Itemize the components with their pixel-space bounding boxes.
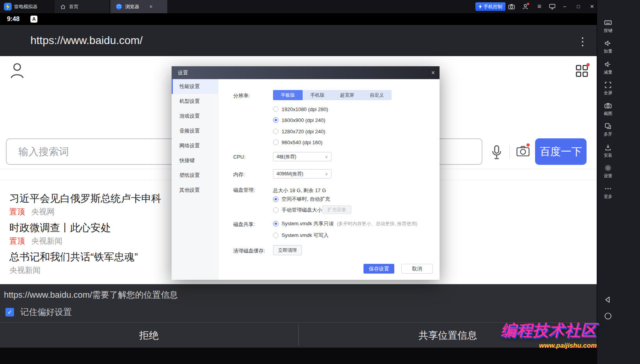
clean-cache-label: 清理磁盘缓存: (233, 247, 265, 254)
cpu-select[interactable]: 4核(推荐) ∨ (273, 152, 332, 161)
share-location-button[interactable]: 共享位置信息 (299, 323, 597, 348)
news-source: 央视新闻 (31, 236, 62, 246)
mini-mode-icon[interactable] (547, 0, 557, 13)
nav-network[interactable]: 网络设置 (172, 138, 218, 153)
radio-manual-disk[interactable] (273, 207, 278, 213)
memory-label: 内存: (233, 171, 245, 178)
tab-phone[interactable]: 手机版 (303, 90, 332, 100)
camera-icon[interactable] (506, 0, 516, 13)
radio-label: 1600x900 (dpi 240) (282, 117, 325, 123)
search-button[interactable]: 百度一下 (535, 138, 587, 165)
maximize-button[interactable]: □ (573, 0, 583, 13)
news-title[interactable]: 总书记和我们共话“铁军忠魂” (9, 250, 138, 264)
dialog-close-icon[interactable]: × (431, 66, 435, 79)
radio-1600x900[interactable] (273, 117, 278, 123)
minimize-button[interactable]: − (560, 0, 570, 13)
resolution-tabs: 平板版 手机版 超宽屏 自定义 (273, 90, 392, 100)
remember-checkbox[interactable]: ✓ (5, 308, 14, 316)
toolbar-settings[interactable]: 设置 (597, 164, 619, 179)
news-title[interactable]: 时政微调查丨此心安处 (9, 221, 111, 235)
nav-device-model[interactable]: 机型设置 (172, 94, 218, 109)
remember-label: 记住偏好设置 (20, 306, 72, 318)
toolbar-multi-instance[interactable]: 多开 (597, 122, 619, 137)
resolution-label: 分辨率: (233, 92, 250, 99)
news-title[interactable]: 习近平会见白俄罗斯总统卢卡申科 (9, 192, 161, 205)
android-home-button[interactable] (597, 312, 619, 322)
expand-capacity-button[interactable]: 扩充容量 (322, 205, 351, 214)
home-circle-icon (604, 312, 612, 320)
cancel-button[interactable]: 取消 (401, 264, 433, 274)
radio-auto-expand[interactable] (273, 196, 278, 202)
phone-control-button[interactable]: 手机控制 (475, 2, 505, 11)
radio-1920x1080[interactable] (273, 106, 278, 112)
emulator-toolbar: 按键 加量 减量 全屏 截图 (597, 0, 640, 364)
menu-icon[interactable]: ≡ (534, 0, 544, 13)
gear-icon (604, 164, 612, 172)
app-logo-icon (4, 3, 12, 11)
nav-game[interactable]: 游戏设置 (172, 109, 218, 124)
news-meta: 置顶 央视新闻 (9, 236, 62, 246)
share-writable-option: System.vmdk 可写入 (273, 231, 329, 239)
browser-icon (116, 4, 122, 10)
apps-grid-icon[interactable] (576, 65, 588, 77)
toolbar-keymapping[interactable]: 按键 (597, 19, 619, 34)
tab-browser[interactable]: 浏览器 × (110, 0, 167, 13)
close-button[interactable]: × (587, 0, 597, 13)
profile-icon[interactable] (10, 62, 24, 79)
radio-label: 1280x720 (dpi 240) (282, 129, 325, 134)
multi-instance-icon (604, 122, 612, 130)
nav-audio[interactable]: 音频设置 (172, 124, 218, 138)
tab-home[interactable]: 首页 (55, 0, 109, 13)
android-back-button[interactable] (597, 295, 619, 306)
nav-hotkeys[interactable]: 快捷键 (172, 153, 218, 168)
toolbar-more[interactable]: 更多 (597, 185, 619, 200)
toolbar-fullscreen[interactable]: 全屏 (597, 81, 619, 96)
notification-badge (527, 3, 529, 5)
url-text[interactable]: https://www.baidu.com/ (30, 25, 143, 56)
share-readonly-option: System.vmdk 共享只读 (多开时内存更小、启动更快, 推荐使用) (273, 220, 417, 228)
mic-icon[interactable] (491, 145, 502, 160)
phone-control-label: 手机控制 (484, 4, 502, 10)
settings-dialog: 设置 × 性能设置 机型设置 游戏设置 音频设置 网络设置 快捷键 壁纸设置 其… (172, 66, 440, 280)
tab-ultrawide[interactable]: 超宽屏 (332, 90, 362, 100)
radio-1280x720[interactable] (273, 129, 278, 134)
toolbar-screenshot[interactable]: 截图 (597, 102, 619, 117)
cpu-value: 4核(推荐) (277, 154, 296, 160)
lightning-icon (479, 4, 482, 9)
camera-badge (527, 143, 530, 147)
toolbar-install-apk[interactable]: 安装 (597, 143, 619, 158)
screenshot-icon (604, 102, 612, 110)
news-tag: 置顶 (9, 236, 25, 246)
disk-share-label: 磁盘共享: (233, 221, 255, 228)
radio-label: System.vmdk 可写入 (282, 232, 329, 239)
news-source: 央视新闻 (9, 265, 41, 276)
tab-tablet[interactable]: 平板版 (273, 90, 303, 100)
nav-wallpaper[interactable]: 壁纸设置 (172, 168, 218, 183)
news-source: 央视网 (31, 207, 55, 217)
nav-performance[interactable]: 性能设置 (172, 79, 218, 94)
tab-close-icon[interactable]: × (149, 4, 152, 10)
fullscreen-icon (604, 81, 612, 89)
browser-menu-icon[interactable]: ⋮ (577, 35, 588, 48)
keyboard-icon (604, 19, 612, 27)
camera-search-icon[interactable] (516, 146, 530, 157)
dialog-titlebar: 设置 × (172, 66, 440, 79)
tab-custom[interactable]: 自定义 (362, 90, 392, 100)
resolution-option: 1920x1080 (dpi 280) (273, 105, 328, 113)
memory-select[interactable]: 4096M(推荐) ∨ (273, 169, 332, 178)
account-icon[interactable] (520, 0, 530, 13)
radio-960x540[interactable] (273, 140, 278, 145)
toolbar-volume-up[interactable]: 加量 (597, 39, 619, 54)
news-meta: 置顶 央视网 (9, 207, 55, 217)
volume-up-icon (604, 39, 612, 47)
nav-other[interactable]: 其他设置 (172, 183, 218, 198)
save-settings-button[interactable]: 保存设置 (363, 264, 394, 274)
deny-button[interactable]: 拒绝 (0, 323, 298, 348)
radio-vmdk-readonly[interactable] (273, 221, 278, 226)
chevron-down-icon: ∨ (325, 171, 328, 177)
radio-vmdk-writable[interactable] (273, 233, 278, 238)
toolbar-volume-down[interactable]: 减量 (597, 60, 619, 75)
resolution-option: 1280x720 (dpi 240) (273, 127, 325, 135)
dialog-nav: 性能设置 机型设置 游戏设置 音频设置 网络设置 快捷键 壁纸设置 其他设置 (172, 79, 218, 280)
clean-now-button[interactable]: 立即清理 (273, 245, 302, 255)
